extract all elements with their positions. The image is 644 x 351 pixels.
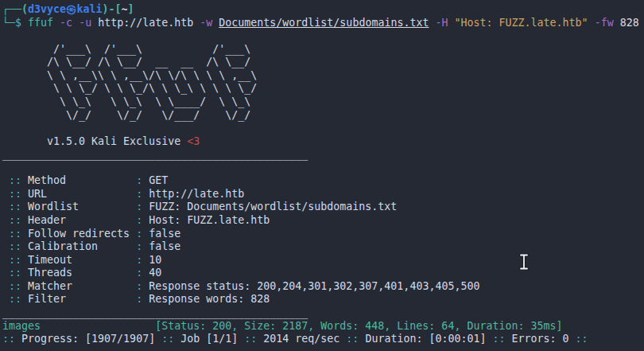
terminal-line: :: Timeout : 10 (2, 254, 644, 267)
terminal-line: /'___\ /'___\ /'___\ (2, 43, 644, 57)
terminal-line: :: Filter : Response words: 828 (2, 293, 644, 306)
terminal-line: ┌──(d3vyce㉿kali)-[~] (2, 3, 644, 17)
terminal-window[interactable]: ┌──(d3vyce㉿kali)-[~]└─$ ffuf -c -u http:… (0, 0, 644, 351)
terminal-line: :: Wordlist : FUZZ: Documents/wordlist/s… (2, 201, 644, 214)
terminal-line: :: Header : Host: FUZZ.late.htb (2, 214, 644, 228)
terminal-line: v1.5.0 Kali Exclusive <3 (2, 135, 644, 149)
terminal-line: :: Threads : 40 (2, 267, 644, 280)
terminal-line: :: Method : GET (2, 174, 644, 188)
terminal-line: :: URL : http://late.htb (2, 188, 644, 201)
terminal-line: ________________________________________… (2, 306, 644, 320)
terminal-line: ________________________________________… (2, 148, 644, 162)
terminal-line (2, 162, 644, 175)
terminal-line: \ \_\ \ \_\ \ \____/ \ \_\ (2, 96, 644, 109)
terminal-line: \/_/ \/_/ \/___/ \/_/ (2, 109, 644, 123)
terminal-line: \ \ \_/ \ \ \_/\ \ \_\ \ \ \ \_/ (2, 82, 644, 96)
terminal-line: :: Calibration : false (2, 240, 644, 254)
terminal-line: :: Follow redirects : false (2, 228, 644, 241)
terminal-line: images [Status: 200, Size: 2187, Words: … (2, 320, 644, 333)
terminal-line: /\ \__/ /\ \__/ __ __ /\ \__/ (2, 56, 644, 69)
terminal-output: ┌──(d3vyce㉿kali)-[~]└─$ ffuf -c -u http:… (2, 3, 644, 346)
terminal-line (2, 29, 644, 43)
terminal-line: └─$ ffuf -c -u http://late.htb -w Docume… (2, 17, 644, 30)
terminal-line: \ \ ,__\\ \ ,__\/\ \/\ \ \ \ ,__\ (2, 69, 644, 83)
terminal-line: :: Progress: [1907/1907] :: Job [1/1] ::… (2, 333, 644, 346)
terminal-line (2, 122, 644, 135)
terminal-line: :: Matcher : Response status: 200,204,30… (2, 280, 644, 294)
